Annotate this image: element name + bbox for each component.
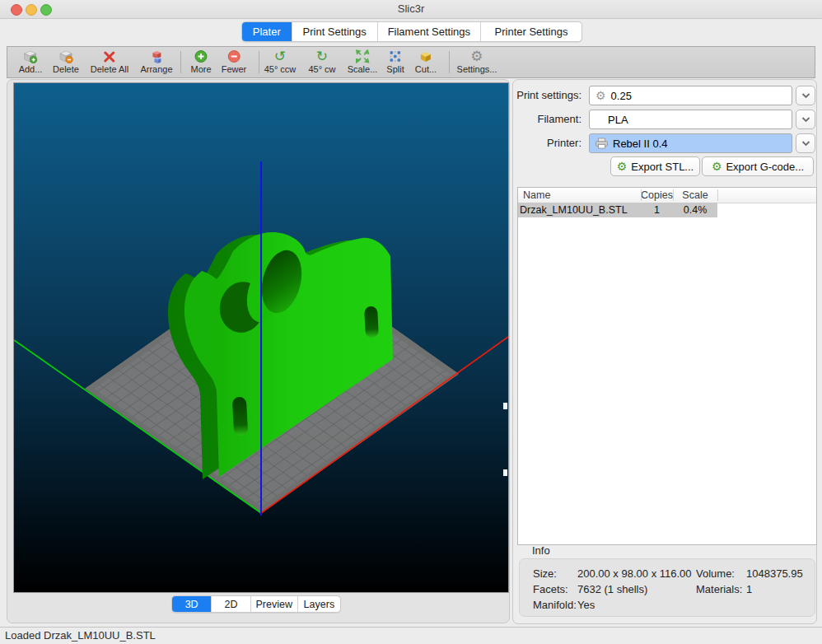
delete-button[interactable]: Delete [53, 49, 79, 76]
volume-value: 1048375.95 [746, 567, 803, 580]
more-icon [190, 49, 211, 64]
chevron-down-icon [801, 140, 810, 147]
chevron-down-icon [801, 116, 810, 123]
add-box-icon [19, 49, 43, 64]
toolbar-separator [449, 51, 450, 73]
filament-label: Filament: [474, 110, 581, 129]
column-header-copies[interactable]: Copies [641, 188, 673, 203]
column-separator[interactable] [641, 189, 642, 201]
print-settings-label: Print settings: [474, 86, 581, 105]
toolbar-separator [259, 51, 259, 73]
facets-label: Facets: [533, 583, 568, 595]
manifold-label: Manifold: [533, 599, 577, 611]
tab-2d[interactable]: 2D [211, 596, 250, 612]
mount-slot-left [232, 397, 248, 436]
arrange-icon [140, 49, 172, 64]
printer-label: Printer: [474, 133, 581, 153]
toolbar-separator [180, 51, 181, 73]
tab-3d[interactable]: 3D [172, 596, 211, 612]
print-settings-value: 0.25 [611, 90, 632, 102]
edge-marker [503, 403, 507, 409]
tab-layers[interactable]: Layers [297, 596, 340, 612]
export-gcode-button[interactable]: ⚙ Export G-code... [702, 156, 814, 176]
info-box: Size: 200.00 x 98.00 x 116.00 Volume: 10… [519, 558, 815, 617]
settings-gear-icon: ⚙ [457, 49, 497, 64]
object-table: Name Copies Scale Drzak_LM10UU_B.STL 1 0… [517, 187, 817, 545]
export-gear-icon: ⚙ [617, 161, 628, 172]
scale-icon [348, 49, 378, 64]
mount-slot-right [364, 306, 379, 338]
filament-dropdown-button[interactable] [796, 110, 815, 129]
materials-label: Materials: [696, 583, 742, 595]
chevron-down-icon [801, 92, 810, 99]
scale-button[interactable]: Scale... [348, 49, 378, 76]
rotate-cw-button[interactable]: ↻ 45° cw [308, 49, 335, 76]
filament-select[interactable]: PLA [589, 110, 792, 129]
cut-button[interactable]: Cut... [415, 49, 437, 76]
tab-print-settings[interactable]: Print Settings [292, 22, 377, 41]
main-tab-bar: Plater Print Settings Filament Settings … [241, 21, 582, 42]
fewer-button[interactable]: Fewer [222, 49, 247, 76]
status-message: Loaded Drzak_LM10UU_B.STL [5, 628, 156, 644]
split-button[interactable]: Split [386, 49, 404, 76]
export-stl-button[interactable]: ⚙ Export STL... [610, 156, 700, 176]
arrange-button[interactable]: Arrange [140, 49, 172, 76]
scene-3d [14, 83, 508, 592]
cell-scale: 0.4% [673, 203, 717, 217]
volume-label: Volume: [696, 567, 735, 580]
printer-dropdown-button[interactable] [796, 133, 815, 153]
settings-button[interactable]: ⚙ Settings... [457, 49, 497, 76]
slic3r-window: Slic3r Plater Print Settings Filament Se… [0, 0, 822, 644]
cell-copies: 1 [641, 203, 673, 217]
filament-value: PLA [608, 114, 628, 126]
view-mode-tabs: 3D 2D Preview Layers [171, 595, 341, 613]
print-settings-select[interactable]: ⚙ 0.25 [589, 86, 792, 105]
object-table-header: Name Copies Scale [518, 188, 816, 203]
cell-name: Drzak_LM10UU_B.STL [520, 203, 628, 217]
viewport-3d[interactable] [13, 82, 509, 593]
printer-value: Rebel II 0.4 [613, 138, 668, 150]
tab-printer-settings[interactable]: Printer Settings [480, 22, 581, 41]
size-label: Size: [533, 567, 557, 580]
info-group-label: Info [532, 544, 550, 557]
column-separator[interactable] [717, 189, 718, 201]
print-settings-dropdown-button[interactable] [796, 86, 815, 105]
fewer-icon [222, 49, 247, 64]
facets-value: 7632 (1 shells) [577, 583, 647, 595]
export-gear-icon: ⚙ [712, 161, 722, 172]
delete-all-icon [91, 49, 128, 64]
tab-plater[interactable]: Plater [242, 22, 292, 41]
rotate-ccw-button[interactable]: ↺ 45° ccw [264, 49, 297, 76]
title-bar: Slic3r [0, 0, 822, 19]
plater-toolbar: Add... Delete Delete All Arrange More [7, 46, 815, 78]
manifold-value: Yes [577, 599, 595, 611]
add-button[interactable]: Add... [19, 49, 43, 76]
delete-all-button[interactable]: Delete All [91, 49, 128, 76]
status-bar: Loaded Drzak_LM10UU_B.STL [0, 627, 822, 644]
table-row-selected[interactable]: Drzak_LM10UU_B.STL 1 0.4% [518, 203, 717, 217]
window-title: Slic3r [0, 0, 822, 18]
tab-filament-settings[interactable]: Filament Settings [377, 22, 480, 41]
cut-icon [415, 49, 437, 64]
delete-box-icon [53, 49, 79, 64]
column-header-scale[interactable]: Scale [673, 188, 717, 203]
column-separator[interactable] [673, 189, 674, 201]
edge-marker [503, 469, 507, 476]
materials-value: 1 [746, 583, 752, 595]
printer-select[interactable]: Rebel II 0.4 [589, 133, 792, 153]
split-icon [386, 49, 404, 64]
tab-preview[interactable]: Preview [250, 596, 297, 612]
column-header-name[interactable]: Name [523, 188, 550, 203]
size-value: 200.00 x 98.00 x 116.00 [577, 567, 692, 580]
preset-gear-icon: ⚙ [595, 90, 606, 101]
rotate-cw-icon: ↻ [308, 49, 335, 64]
more-button[interactable]: More [190, 49, 211, 76]
rotate-ccw-icon: ↺ [264, 49, 297, 64]
printer-icon [595, 138, 609, 149]
